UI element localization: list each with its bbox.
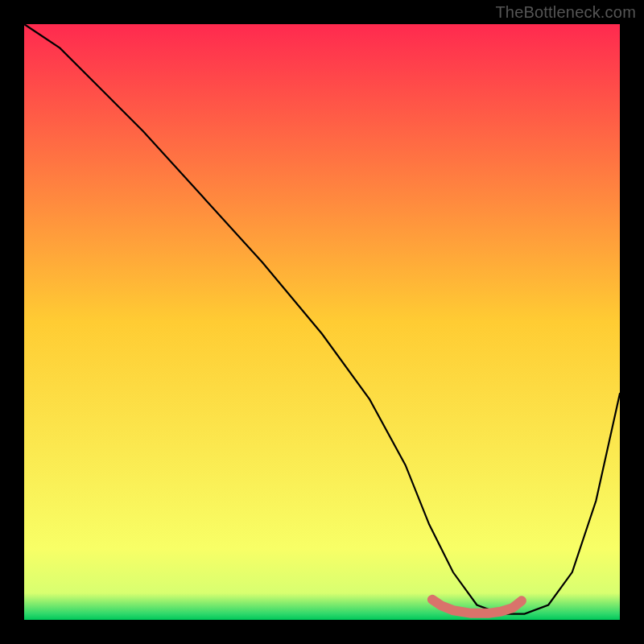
watermark-text: TheBottleneck.com: [495, 3, 636, 22]
bottleneck-chart: [0, 0, 644, 644]
plot-background: [24, 24, 620, 620]
